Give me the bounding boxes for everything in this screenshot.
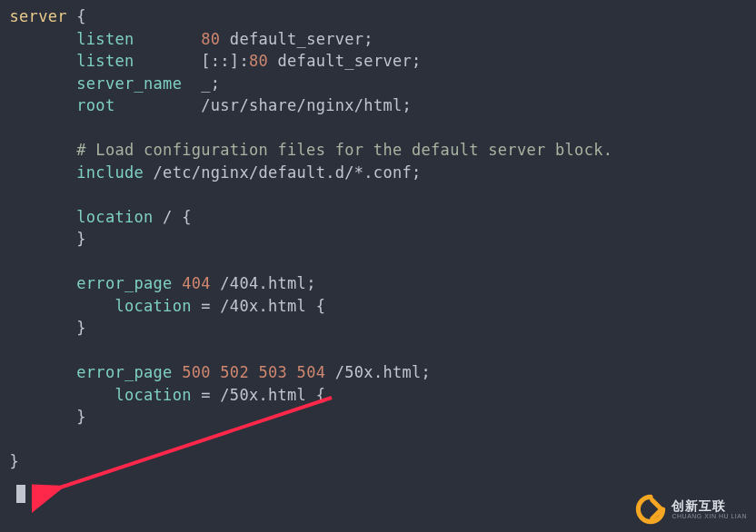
code-line: include /etc/nginx/default.d/*.conf; (0, 163, 422, 182)
watermark-cn: 创新互联 (671, 499, 747, 513)
code-line (0, 119, 10, 137)
code-line: location = /50x.html { (0, 386, 325, 404)
text-cursor (16, 485, 25, 503)
code-line: root /usr/share/nginx/html; (0, 96, 412, 114)
code-line: location = /40x.html { (0, 297, 325, 315)
code-line: } (0, 319, 86, 337)
code-line: location / { (0, 208, 192, 226)
code-line (0, 185, 10, 203)
code-line: server_name _; (0, 74, 220, 93)
code-line: } (0, 452, 19, 470)
code-line: } (0, 230, 86, 248)
code-line: error_page 404 /404.html; (0, 274, 316, 292)
code-line (0, 252, 10, 271)
watermark-logo-icon (635, 494, 666, 525)
code-line: listen [::]:80 default_server; (0, 52, 422, 70)
code-line: listen 80 default_server; (0, 30, 373, 48)
code-line: } (0, 408, 86, 426)
watermark: 创新互联 CHUANG XIN HU LIAN (635, 494, 747, 525)
code-line: # Load configuration files for the defau… (0, 141, 612, 159)
watermark-en: CHUANG XIN HU LIAN (671, 513, 747, 519)
code-editor[interactable]: server { listen 80 default_server; liste… (0, 0, 756, 473)
code-line (0, 341, 10, 360)
code-line: server { (0, 7, 86, 25)
code-line (0, 430, 10, 448)
code-line: error_page 500 502 503 504 /50x.html; (0, 363, 431, 381)
